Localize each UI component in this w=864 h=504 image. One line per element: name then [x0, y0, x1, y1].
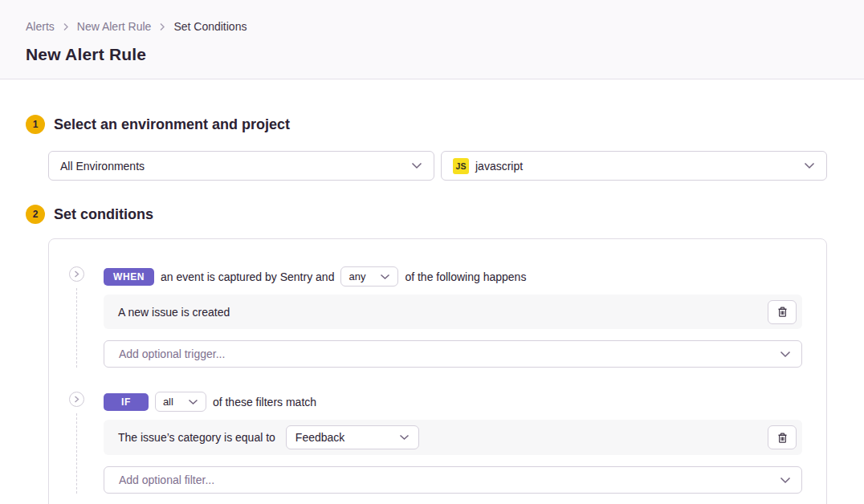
chevron-right-icon [63, 22, 69, 31]
environment-select-value: All Environments [60, 160, 411, 173]
if-match-select-value: all [163, 396, 173, 408]
step-1-title: Select an environment and project [54, 116, 290, 133]
breadcrumb: Alerts New Alert Rule Set Conditions [26, 20, 838, 33]
trash-icon [776, 432, 789, 444]
add-filter-placeholder: Add optional filter... [119, 474, 780, 486]
chevron-down-icon [780, 351, 791, 358]
connector-dashed-line [76, 413, 77, 494]
project-select-value: javascript [475, 160, 804, 173]
when-match-select-value: any [348, 270, 365, 282]
collapse-circle-chevron-icon[interactable] [69, 266, 84, 282]
connector-dashed-line [76, 288, 77, 368]
delete-trigger-button[interactable] [768, 300, 797, 324]
javascript-platform-icon: JS [453, 158, 469, 174]
when-sentence: WHEN an event is captured by Sentry and … [104, 266, 802, 287]
chevron-down-icon [780, 477, 791, 484]
chevron-down-icon [188, 399, 198, 405]
project-select[interactable]: JS javascript [441, 151, 827, 181]
step-2-title: Set conditions [54, 206, 153, 223]
step-2-number-badge: 2 [26, 205, 45, 224]
filter-rule-row: The issue’s category is equal to Feedbac… [104, 420, 802, 455]
when-text-before: an event is captured by Sentry and [161, 270, 334, 283]
breadcrumb-current-set-conditions: Set Conditions [173, 20, 247, 33]
chevron-down-icon [411, 162, 422, 169]
section-set-conditions: 2 Set conditions WHEN an event is captur… [26, 205, 827, 504]
chevron-down-icon [804, 162, 815, 169]
when-badge: WHEN [104, 268, 154, 286]
filter-rule-label: The issue’s category is equal to [118, 431, 275, 444]
section-environment-project: 1 Select an environment and project All … [26, 115, 827, 181]
if-text-after: of these filters match [213, 396, 316, 408]
step-1-number-badge: 1 [26, 115, 45, 134]
filter-value-select[interactable]: Feedback [286, 425, 419, 449]
if-sentence: IF all of these filters match [104, 392, 802, 412]
when-condition-group: WHEN an event is captured by Sentry and … [65, 266, 802, 368]
delete-filter-button[interactable] [768, 425, 797, 449]
page-header: Alerts New Alert Rule Set Conditions New… [0, 0, 864, 79]
environment-select[interactable]: All Environments [48, 151, 434, 181]
add-optional-trigger-select[interactable]: Add optional trigger... [104, 340, 802, 368]
when-match-select[interactable]: any [340, 266, 398, 287]
collapse-circle-chevron-icon[interactable] [69, 392, 84, 407]
when-text-after: of the following happens [405, 270, 526, 283]
chevron-down-icon [399, 434, 410, 441]
main-content: 1 Select an environment and project All … [0, 79, 864, 504]
add-optional-filter-select[interactable]: Add optional filter... [104, 466, 802, 494]
trigger-rule-row: A new issue is created [104, 295, 802, 329]
trash-icon [776, 306, 789, 318]
trigger-rule-label: A new issue is created [118, 306, 230, 319]
breadcrumb-link-alerts[interactable]: Alerts [26, 20, 55, 33]
add-trigger-placeholder: Add optional trigger... [119, 348, 780, 360]
breadcrumb-link-new-alert-rule[interactable]: New Alert Rule [77, 20, 152, 33]
conditions-card: WHEN an event is captured by Sentry and … [48, 238, 827, 504]
chevron-down-icon [380, 274, 390, 280]
if-match-select[interactable]: all [155, 392, 206, 412]
page-title: New Alert Rule [26, 45, 838, 64]
filter-value-select-value: Feedback [295, 431, 399, 444]
chevron-right-icon [159, 22, 165, 31]
if-condition-group: IF all of these filters match The issue’… [65, 392, 802, 494]
if-badge: IF [104, 393, 149, 411]
